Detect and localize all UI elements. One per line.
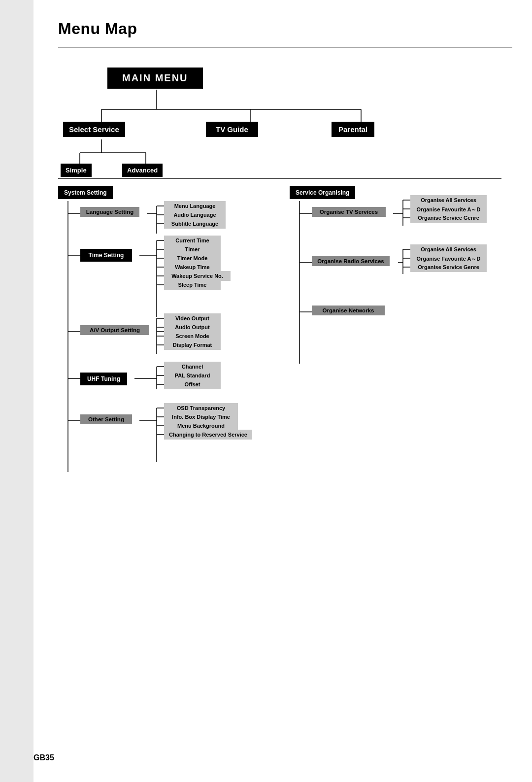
tv-guide-box: TV Guide — [206, 122, 258, 137]
menu-language-box: Menu Language — [164, 201, 226, 211]
service-organising-svg: Service Organising Organise TV Services — [290, 186, 501, 383]
subtitle-language-box: Subtitle Language — [164, 219, 226, 229]
timer-mode-box: Timer Mode — [164, 253, 221, 263]
sleep-time-box: Sleep Time — [164, 280, 221, 290]
parental-box: Parental — [332, 122, 374, 137]
menu-diagram: MAIN MENU Select Service TV Guide — [58, 63, 501, 492]
video-output-box: Video Output — [164, 313, 221, 323]
title-divider — [58, 47, 512, 48]
other-setting-box: Other Setting — [80, 414, 132, 424]
menu-background-box: Menu Background — [164, 421, 238, 431]
service-organising-box: Service Organising — [290, 186, 355, 199]
bottom-section: System Setting Language Setting — [58, 186, 501, 492]
organise-networks-box: Organise Networks — [312, 306, 385, 315]
uhf-tuning-box: UHF Tuning — [80, 373, 127, 385]
system-setting-box: System Setting — [58, 186, 113, 199]
audio-output-box: Audio Output — [164, 322, 221, 332]
organise-radio-services-box: Organise Radio Services — [312, 256, 390, 266]
audio-language-box: Audio Language — [164, 210, 226, 220]
time-setting-box: Time Setting — [80, 249, 132, 262]
select-service-box: Select Service — [63, 122, 125, 137]
system-setting-svg: System Setting Language Setting — [58, 186, 265, 492]
advanced-box: Advanced — [122, 164, 163, 177]
tv-organise-service-genre-box: Organise Service Genre — [410, 213, 487, 223]
radio-organise-service-genre-box: Organise Service Genre — [410, 262, 487, 272]
page-footer: GB35 — [33, 753, 54, 762]
radio-organise-all-services-box: Organise All Services — [410, 244, 487, 254]
left-strip — [0, 0, 33, 782]
simple-box: Simple — [61, 164, 92, 177]
channel-box: Channel — [164, 362, 221, 372]
language-setting-box: Language Setting — [80, 207, 139, 217]
main-menu-box: MAIN MENU — [107, 68, 203, 89]
organise-tv-services-box: Organise TV Services — [312, 207, 386, 217]
changing-reserved-service-box: Changing to Reserved Service — [164, 430, 252, 440]
screen-mode-box: Screen Mode — [164, 331, 221, 341]
current-time-box: Current Time — [164, 236, 221, 245]
page-title: Menu Map — [58, 20, 512, 38]
av-output-setting-box: A/V Output Setting — [80, 325, 149, 335]
tv-organise-all-services-box: Organise All Services — [410, 195, 487, 205]
wakeup-service-no-box: Wakeup Service No. — [164, 271, 231, 281]
top-tree-svg: MAIN MENU Select Service TV Guide — [58, 63, 526, 176]
pal-standard-box: PAL Standard — [164, 371, 221, 380]
offset-box: Offset — [164, 379, 221, 389]
wakeup-time-box: Wakeup Time — [164, 262, 221, 272]
osd-transparency-box: OSD Transparency — [164, 403, 238, 413]
timer-box: Timer — [164, 244, 221, 254]
display-format-box: Display Format — [164, 340, 221, 350]
info-box-display-time-box: Info. Box Display Time — [164, 412, 238, 422]
